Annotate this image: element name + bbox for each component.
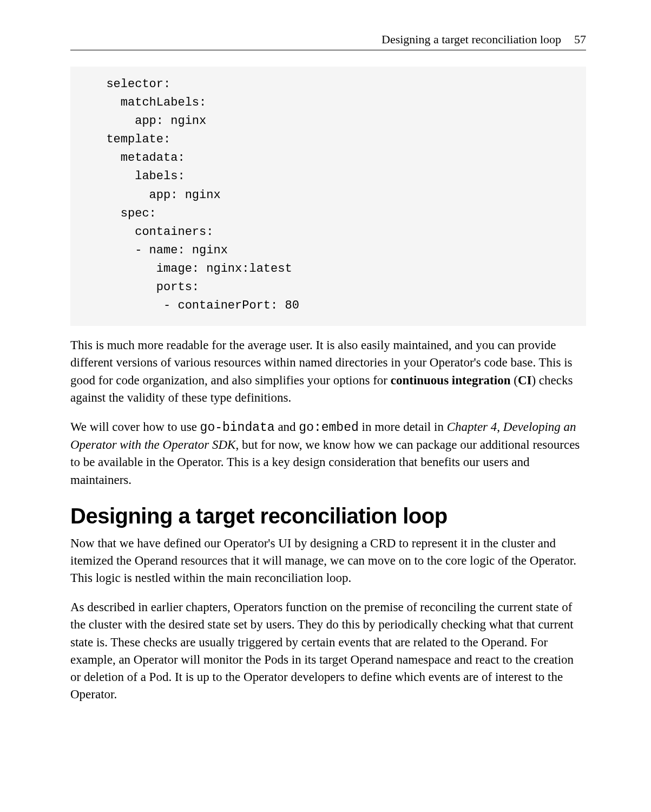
code-line: matchLabels: (92, 96, 206, 109)
bold-text: continuous integration (391, 374, 511, 387)
text: in more detail in (359, 420, 447, 434)
code-line: spec: (92, 207, 156, 220)
code-line: containers: (92, 225, 213, 239)
code-line: metadata: (92, 151, 185, 165)
text: ( (510, 374, 517, 387)
paragraph-4: As described in earlier chapters, Operat… (70, 599, 586, 703)
section-heading: Designing a target reconciliation loop (70, 504, 586, 528)
code-line: selector: (92, 77, 170, 91)
text: and (275, 420, 299, 434)
code-line: - name: nginx (92, 244, 228, 257)
text: , (497, 420, 503, 434)
page-header: Designing a target reconciliation loop 5… (70, 32, 586, 50)
text: We will cover how to use (70, 420, 200, 434)
header-title: Designing a target reconciliation loop (382, 32, 561, 47)
code-line: ports: (92, 280, 199, 294)
paragraph-1: This is much more readable for the avera… (70, 337, 586, 407)
paragraph-3: Now that we have defined our Operator's … (70, 535, 586, 587)
page-number: 57 (574, 32, 586, 47)
code-line: app: nginx (92, 114, 206, 128)
code-line: labels: (92, 169, 185, 183)
italic-text: Chapter 4 (447, 420, 497, 434)
inline-code: go-bindata (200, 421, 275, 435)
code-line: app: nginx (92, 188, 221, 202)
code-line: - containerPort: 80 (92, 299, 299, 312)
paragraph-2: We will cover how to use go-bindata and … (70, 418, 586, 489)
code-block: selector: matchLabels: app: nginx templa… (70, 67, 586, 326)
inline-code: go:embed (299, 421, 358, 435)
code-line: template: (92, 133, 170, 146)
code-line: image: nginx:latest (92, 262, 292, 276)
bold-text: CI (518, 374, 532, 387)
